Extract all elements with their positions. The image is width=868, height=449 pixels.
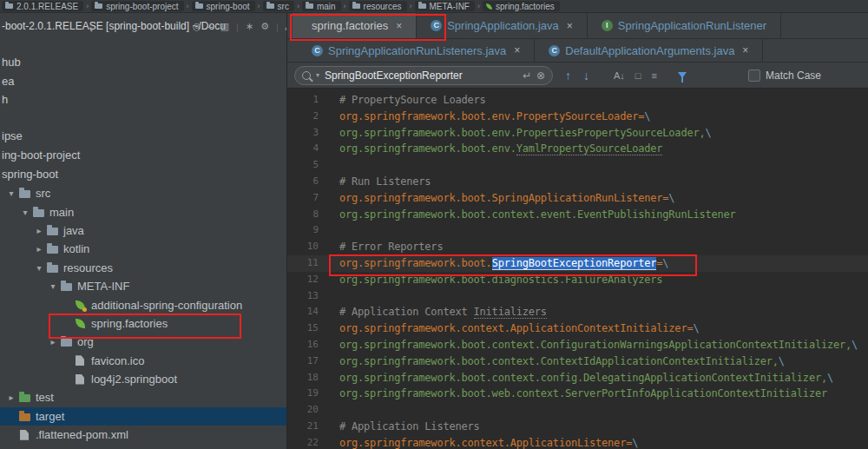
- tree-item-kotlin[interactable]: ▸ kotlin: [0, 240, 286, 258]
- left-panel: -boot-2.0.1.RELEASE [spring-boot-build] …: [0, 13, 286, 449]
- code-line[interactable]: 7org.springframework.boot.SpringApplicat…: [287, 190, 868, 207]
- tree-item-test[interactable]: ▸ test: [0, 388, 286, 406]
- breadcrumb-label: spring-boot-project: [106, 2, 178, 11]
- tree-item-target[interactable]: target: [0, 407, 286, 426]
- code-line[interactable]: 20: [287, 402, 868, 419]
- tree-item-meta-inf[interactable]: ▾ META-INF: [0, 277, 286, 295]
- code-line-current[interactable]: 11org.springframework.boot.SpringBootExc…: [287, 255, 868, 272]
- locate-icon[interactable]: ◎: [193, 21, 201, 32]
- toolbar-divider: |: [236, 22, 239, 32]
- tab-default-application-arguments-java[interactable]: C DefaultApplicationArguments.java ×: [535, 39, 763, 62]
- match-case-label[interactable]: Match Case: [766, 69, 821, 82]
- line-number: 5: [287, 157, 319, 174]
- code-line[interactable]: 2org.springframework.boot.env.PropertySo…: [287, 109, 868, 125]
- code-token: org.springframework.context.ApplicationL…: [339, 437, 632, 449]
- code-token: org.springframework.boot.env.: [339, 142, 516, 155]
- split-icon[interactable]: ÷: [208, 22, 214, 32]
- close-icon[interactable]: ×: [514, 44, 520, 56]
- tab-spring-factories[interactable]: spring.factories ×: [293, 13, 417, 38]
- chevron-down-icon[interactable]: ▾: [5, 188, 17, 198]
- terminal-line: ipse: [2, 129, 23, 142]
- close-icon[interactable]: ×: [742, 44, 748, 56]
- folder-icon: [95, 3, 102, 9]
- code-line[interactable]: 18org.springframework.boot.context.confi…: [287, 370, 868, 386]
- next-match-icon[interactable]: ↓: [583, 69, 589, 83]
- code-line[interactable]: 5: [287, 157, 868, 174]
- code-line[interactable]: 22org.springframework.context.Applicatio…: [287, 435, 868, 449]
- chevron-right-icon[interactable]: ▸: [47, 337, 59, 347]
- breadcrumb-item-spring-boot[interactable]: spring-boot: [192, 1, 255, 11]
- tree-item-spring-factories[interactable]: spring.factories: [0, 314, 286, 333]
- code-line[interactable]: 15org.springframework.context.Applicatio…: [287, 320, 868, 337]
- chevron-right-icon[interactable]: ▸: [33, 226, 45, 235]
- layout-icon[interactable]: ▥: [220, 21, 229, 32]
- tab-spring-application-run-listener[interactable]: I SpringApplicationRunListener: [588, 13, 781, 38]
- tree-item-main[interactable]: ▾ main: [0, 202, 286, 221]
- code-line[interactable]: 10# Error Reporters: [287, 239, 868, 255]
- code-line[interactable]: 13: [287, 288, 868, 305]
- code-line[interactable]: 21# Application Listeners: [287, 419, 868, 435]
- line-number: 3: [287, 125, 319, 142]
- code-line[interactable]: 19org.springframework.boot.web.context.S…: [287, 386, 868, 402]
- code-line[interactable]: 3org.springframework.boot.env.Properties…: [287, 125, 868, 142]
- code-line[interactable]: 8org.springframework.boot.context.event.…: [287, 207, 868, 223]
- code-line[interactable]: 9: [287, 222, 868, 239]
- breadcrumb-item-main[interactable]: main: [302, 1, 341, 11]
- tree-item-java[interactable]: ▸ java: [0, 221, 286, 240]
- tree-item-flattened-pom[interactable]: .flattened-pom.xml: [0, 426, 286, 444]
- insert-newline-icon[interactable]: ↵: [523, 69, 531, 82]
- editor-tabs-row-1: spring.factories × C SpringApplication.j…: [287, 13, 868, 39]
- chevron-right-icon[interactable]: ▸: [5, 393, 17, 402]
- breadcrumb-label: main: [317, 2, 336, 11]
- match-case-checkbox[interactable]: [748, 69, 760, 82]
- tab-spring-application-run-listeners-java[interactable]: C SpringApplicationRunListeners.java ×: [298, 39, 535, 62]
- code-line[interactable]: 12org.springframework.boot.diagnostics.F…: [287, 272, 868, 288]
- settings-gear-icon[interactable]: ⚙: [260, 21, 269, 32]
- search-history-chevron-icon[interactable]: ▾: [316, 71, 319, 79]
- sort-results-icon[interactable]: A↓: [614, 70, 625, 81]
- code-line[interactable]: 14# Application Context Initializers: [287, 304, 868, 320]
- test-folder-icon: [17, 393, 31, 402]
- breadcrumb-item-resources[interactable]: resources: [349, 1, 407, 11]
- line-number: 7: [287, 190, 319, 207]
- breadcrumb-label: resources: [364, 2, 402, 11]
- open-results-in-window-icon[interactable]: □: [635, 70, 641, 81]
- code-line[interactable]: 17org.springframework.boot.context.Conte…: [287, 353, 868, 370]
- search-input[interactable]: ▾ SpringBootExceptionReporter ↵ ⊗: [294, 66, 553, 85]
- tree-item-additional-spring-configuration[interactable]: additional-spring-configuration: [0, 295, 286, 314]
- breadcrumb-item-spring-boot-project[interactable]: spring-boot-project: [91, 1, 183, 11]
- breadcrumb-item-meta-inf[interactable]: META-INF: [415, 1, 475, 11]
- breadcrumb-item-src[interactable]: src: [263, 1, 294, 11]
- code-line[interactable]: 4org.springframework.boot.env.YamlProper…: [287, 141, 868, 157]
- code-token: Initializers: [474, 306, 547, 319]
- previous-match-icon[interactable]: ↑: [565, 69, 571, 83]
- breadcrumb-separator: ›: [86, 2, 89, 10]
- filter-icon[interactable]: [678, 72, 687, 78]
- breadcrumb-item-spring-factories[interactable]: spring.factories: [483, 1, 560, 11]
- scroll-to-source-icon[interactable]: ∗: [246, 21, 253, 32]
- chevron-down-icon[interactable]: ▾: [33, 263, 45, 273]
- code-line[interactable]: 6# Run Listeners: [287, 174, 868, 190]
- class-icon: C: [431, 20, 442, 31]
- chevron-down-icon[interactable]: ▾: [89, 25, 94, 34]
- code-token: \: [779, 355, 785, 367]
- chevron-right-icon[interactable]: ▸: [33, 244, 45, 254]
- tree-item-resources[interactable]: ▾ resources: [0, 259, 286, 277]
- search-query-text[interactable]: SpringBootExceptionReporter: [325, 69, 463, 82]
- tree-item-org[interactable]: ▸ org: [0, 333, 286, 351]
- chevron-down-icon[interactable]: ▾: [47, 281, 59, 291]
- code-line[interactable]: 1# PropertySource Loaders: [287, 92, 868, 109]
- close-icon[interactable]: ×: [567, 20, 573, 32]
- show-all-occurrences-icon[interactable]: ≡: [652, 70, 657, 81]
- tab-spring-application-java[interactable]: C SpringApplication.java ×: [417, 13, 588, 38]
- code-token: \: [852, 339, 858, 351]
- tree-item-src[interactable]: ▾ src: [0, 184, 286, 202]
- code-token: # PropertySource Loaders: [339, 94, 486, 106]
- chevron-down-icon[interactable]: ▾: [19, 208, 31, 217]
- code-line[interactable]: 16org.springframework.boot.context.Confi…: [287, 337, 868, 353]
- tree-item-log4j2-springboot[interactable]: log4j2.springboot: [0, 370, 286, 388]
- breadcrumb-item-release[interactable]: 2.0.1.RELEASE: [2, 1, 83, 11]
- tree-item-favicon[interactable]: favicon.ico: [0, 352, 286, 370]
- close-icon[interactable]: ×: [396, 20, 402, 32]
- clear-search-icon[interactable]: ⊗: [536, 69, 545, 82]
